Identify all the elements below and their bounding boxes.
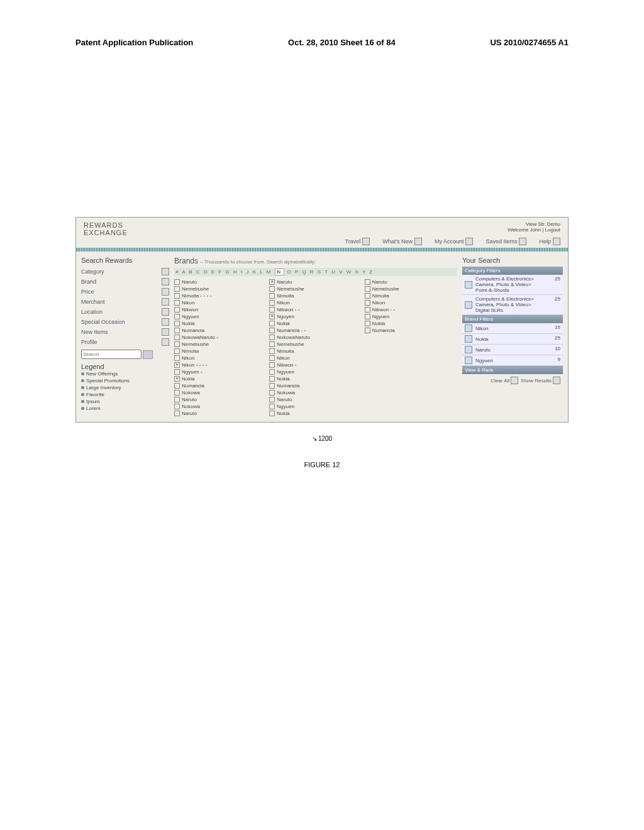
brand-checkbox-item[interactable]: Nikon (269, 355, 362, 362)
checkbox-icon[interactable] (174, 348, 180, 354)
checkbox-icon[interactable] (269, 411, 275, 416)
checkbox-icon[interactable] (174, 376, 180, 382)
brand-checkbox-item[interactable]: NokowaNaruto (269, 334, 362, 341)
checkbox-icon[interactable] (174, 355, 180, 361)
checkbox-icon[interactable] (174, 286, 180, 292)
brand-checkbox-item[interactable]: Nemebushe (174, 341, 267, 348)
brand-checkbox-item[interactable]: Nokowa (174, 389, 267, 396)
brand-checkbox-item[interactable]: Nokia (269, 410, 362, 417)
checkbox-icon[interactable] (174, 362, 180, 368)
brand-checkbox-item[interactable]: Nguyen (269, 313, 362, 320)
sidebar-item-category[interactable]: Category (81, 267, 169, 277)
checkbox-icon[interactable] (174, 369, 180, 375)
checkbox-icon[interactable] (365, 279, 370, 285)
brand-checkbox-item[interactable]: Nimolta (269, 292, 362, 299)
checkbox-icon[interactable] (269, 341, 275, 347)
brand-checkbox-item[interactable]: Ngyuen (365, 313, 457, 320)
brand-checkbox-item[interactable]: Naruto (269, 396, 362, 403)
brand-checkbox-item[interactable]: Ngyuen (269, 403, 362, 410)
checkbox-icon[interactable] (269, 404, 275, 409)
checkbox-icon[interactable] (174, 279, 180, 285)
brand-checkbox-item[interactable]: Nikon (269, 299, 362, 306)
checkbox-icon[interactable] (365, 300, 370, 306)
brand-checkbox-item[interactable]: Numancia (365, 327, 457, 334)
brand-filter-row[interactable]: Nokia25 (462, 334, 563, 345)
brand-checkbox-item[interactable]: Naruto (365, 279, 457, 285)
brand-checkbox-item[interactable]: Nikon (174, 355, 267, 362)
checkbox-icon[interactable] (174, 411, 180, 416)
brand-checkbox-item[interactable]: Nikwon • • (365, 306, 457, 313)
checkbox-icon[interactable] (174, 335, 180, 340)
brand-checkbox-item[interactable]: Nemebushe (365, 285, 457, 292)
brand-checkbox-item[interactable]: Naruto (269, 279, 362, 285)
search-input[interactable] (81, 350, 142, 359)
checkbox-icon[interactable] (269, 335, 275, 340)
checkbox-icon[interactable] (269, 307, 275, 313)
checkbox-icon[interactable] (365, 286, 370, 292)
brand-checkbox-item[interactable]: Numancia (269, 382, 362, 389)
brand-checkbox-item[interactable]: Nemebushe (269, 285, 362, 292)
checkbox-icon[interactable] (269, 279, 275, 285)
checkbox-icon[interactable] (174, 397, 180, 402)
checkbox-icon[interactable] (269, 348, 275, 354)
checkbox-icon[interactable] (269, 286, 275, 292)
brand-checkbox-item[interactable]: Ngyuen • (174, 368, 267, 375)
checkbox-icon[interactable] (269, 328, 275, 333)
nav-saved[interactable]: Saved Items (486, 238, 526, 245)
category-filter-2[interactable]: Computers & Electronics> Camera, Photo &… (462, 295, 563, 315)
sidebar-item-location[interactable]: Location (81, 307, 169, 317)
brand-checkbox-item[interactable]: Nikwon • • (269, 306, 362, 313)
category-filter-1[interactable]: Computers & Electronics> Camera, Photo &… (462, 275, 563, 295)
brand-checkbox-item[interactable]: Nimolta (365, 292, 457, 299)
checkbox-icon[interactable] (174, 300, 180, 306)
brand-checkbox-item[interactable]: Naruto (174, 410, 267, 417)
brand-checkbox-item[interactable]: Nokia (269, 375, 362, 382)
checkbox-icon[interactable] (365, 293, 370, 299)
checkbox-icon[interactable] (174, 383, 180, 389)
brand-checkbox-item[interactable]: Nimolta (269, 348, 362, 355)
brand-checkbox-item[interactable]: Nokia (174, 375, 267, 382)
checkbox-icon[interactable] (365, 328, 370, 333)
nav-travel[interactable]: Travel (345, 238, 370, 245)
alpha-strip[interactable]: # A B C D E F G H I J K L M N O P Q R S … (174, 268, 457, 276)
nav-help[interactable]: Help (539, 238, 560, 245)
brand-checkbox-item[interactable]: NokowaNaruto • (174, 334, 267, 341)
sidebar-item-merchant[interactable]: Merchant (81, 297, 169, 307)
checkbox-icon[interactable] (174, 307, 180, 313)
checkbox-icon[interactable] (269, 362, 275, 368)
brand-checkbox-item[interactable]: Nokowa (174, 403, 267, 410)
checkbox-icon[interactable] (269, 390, 275, 396)
nav-myaccount[interactable]: My Account (435, 238, 474, 245)
brand-checkbox-item[interactable]: Naruto (174, 396, 267, 403)
checkbox-icon[interactable] (269, 293, 275, 299)
sidebar-item-new-items[interactable]: New Items (81, 327, 169, 337)
brand-checkbox-item[interactable]: Numancia (174, 382, 267, 389)
brand-checkbox-item[interactable]: Numancia • • (269, 327, 362, 334)
brand-filter-row[interactable]: Nikon15 (462, 323, 563, 334)
checkbox-icon[interactable] (269, 383, 275, 389)
nav-whatsnew[interactable]: What's New (382, 238, 422, 245)
checkbox-icon[interactable] (174, 341, 180, 347)
brand-checkbox-item[interactable]: Naruto (174, 279, 267, 285)
checkbox-icon[interactable] (269, 376, 275, 382)
brand-checkbox-item[interactable]: Nikon • • • • (174, 362, 267, 368)
checkbox-icon[interactable] (174, 404, 180, 409)
brand-checkbox-item[interactable]: Nikwon • (269, 362, 362, 368)
checkbox-icon[interactable] (174, 328, 180, 333)
sidebar-item-price[interactable]: Price (81, 287, 169, 297)
logout-link[interactable]: Logout (545, 227, 560, 233)
checkbox-icon[interactable] (365, 321, 370, 326)
brand-checkbox-item[interactable]: Ngyuen (174, 313, 267, 320)
clear-all-button[interactable]: Clear All (491, 377, 518, 384)
brand-checkbox-item[interactable]: Nimolta (174, 348, 267, 355)
checkbox-icon[interactable] (269, 397, 275, 402)
brand-checkbox-item[interactable]: Nokia (269, 320, 362, 327)
checkbox-icon[interactable] (269, 369, 275, 375)
search-go-button[interactable] (143, 350, 153, 359)
brand-checkbox-item[interactable]: Nikwon (174, 306, 267, 313)
brand-checkbox-item[interactable]: Nokia (174, 320, 267, 327)
checkbox-icon[interactable] (269, 314, 275, 319)
brand-checkbox-item[interactable]: Nikon (174, 299, 267, 306)
brand-checkbox-item[interactable]: Nikon (365, 299, 457, 306)
brand-checkbox-item[interactable]: Ngyuen (269, 368, 362, 375)
